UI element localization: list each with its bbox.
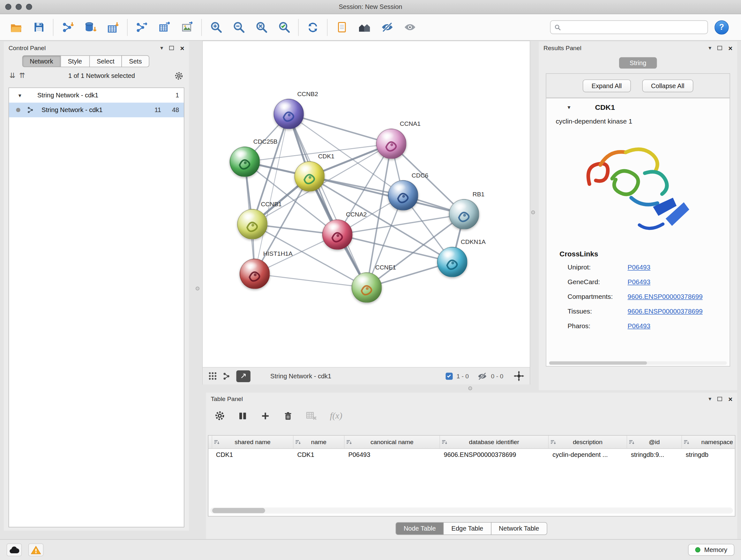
table-panel-menu-button[interactable]: ▾ [709,396,711,401]
network-edge-CCNB2-CCNA1[interactable] [289,114,391,144]
network-node-CCNB1[interactable] [237,209,267,240]
collapse-all-button[interactable]: Collapse All [642,79,693,92]
memory-button[interactable]: Memory [688,544,734,556]
tab-sets[interactable]: Sets [122,55,149,67]
show-columns-icon[interactable] [238,411,248,421]
open-in-browser-button[interactable] [236,370,250,382]
network-node-CDC25B[interactable] [230,146,260,177]
results-panel-close-button[interactable]: × [728,44,732,51]
cloud-status-button[interactable] [7,543,22,556]
crosslink-link[interactable]: P06493 [628,278,650,286]
results-panel-float-button[interactable] [718,46,722,50]
crosslink-link[interactable]: 9606.ENSP00000378699 [628,293,703,300]
table-cell[interactable]: stringdb [683,449,735,462]
zoom-selected-button[interactable] [274,18,293,37]
export-network-button[interactable] [132,18,151,37]
network-node-CDKN1A[interactable] [437,247,468,277]
horizontal-splitter-handle[interactable] [468,386,472,390]
tab-network-table[interactable]: Network Table [491,522,547,535]
table-panel-close-button[interactable]: × [728,395,732,402]
hidden-edges-eye-icon[interactable] [477,371,487,381]
import-network-button[interactable] [58,18,77,37]
scrollbar-thumb[interactable] [212,508,265,513]
column-header-namespace[interactable]: namespace [682,435,735,448]
export-table-button[interactable] [155,18,174,37]
zoom-fit-button[interactable] [252,18,271,37]
selected-nodes-checkbox[interactable] [446,373,453,380]
apply-layout-button[interactable] [304,18,322,37]
tab-style[interactable]: Style [60,55,90,67]
table-cell[interactable]: P06493 [346,449,441,462]
open-session-button[interactable] [7,18,25,37]
column-header-canonical-name[interactable]: canonical name [345,435,440,448]
table-panel-float-button[interactable] [718,396,722,401]
tab-string[interactable]: String [619,57,657,69]
birdseye-view-button[interactable] [355,18,374,37]
help-button[interactable]: ? [715,20,729,34]
save-session-button[interactable] [29,18,48,37]
network-node-CCNA2[interactable] [322,219,353,250]
network-node-CCNE1[interactable] [352,272,382,303]
results-panel-menu-button[interactable]: ▾ [709,45,711,51]
zoom-in-button[interactable] [206,18,225,37]
expand-all-button[interactable]: Expand All [583,79,631,92]
crosshair-icon[interactable] [514,371,524,381]
table-row[interactable]: CDK1CDK1P064939606.ENSP00000378699cyclin… [208,449,735,462]
network-node-HIST1H1A[interactable] [240,259,270,289]
gear-icon[interactable] [174,71,183,80]
grid-view-icon[interactable] [208,372,217,380]
network-edge-CDK1-RB1[interactable] [310,177,464,214]
tab-select[interactable]: Select [89,55,122,67]
results-scrollbar[interactable] [549,361,727,365]
table-cell[interactable]: CDK1 [213,449,294,462]
import-network-from-database-button[interactable] [81,18,99,37]
expand-all-tree-button[interactable]: ⇈ [19,71,25,80]
control-panel-float-button[interactable] [169,46,174,50]
network-canvas[interactable]: CCNB2CCNA1CDC25BCDK1CDC6RB1CCNB1CCNA2CDK… [203,41,530,367]
network-edge-CCNE1-HIST1H1A[interactable] [255,274,367,288]
network-row[interactable]: String Network - cdk1 11 48 [9,103,184,117]
tab-node-table[interactable]: Node Table [396,522,444,535]
network-node-CCNA1[interactable] [376,129,407,159]
column-header-description[interactable]: description [549,435,627,448]
table-cell[interactable]: 9606.ENSP00000378699 [441,449,550,462]
network-collection-row[interactable]: ▾ String Network - cdk1 1 [9,88,184,103]
control-panel-close-button[interactable]: × [180,44,185,51]
network-node-RB1[interactable] [449,199,479,230]
export-image-button[interactable] [178,18,197,37]
collapse-section-icon[interactable]: ▾ [568,104,570,111]
network-node-CDC6[interactable] [388,180,418,210]
network-node-CCNB2[interactable] [273,99,304,129]
hide-graphics-button[interactable] [378,18,396,37]
table-cell[interactable]: CDK1 [294,449,346,462]
column-header-name[interactable]: name [293,435,345,448]
crosslink-link[interactable]: P06493 [628,322,650,329]
column-header--id[interactable]: @id [627,435,682,448]
control-panel-menu-button[interactable]: ▾ [160,45,163,51]
show-graphics-button[interactable] [400,18,419,37]
delete-column-icon[interactable] [283,411,293,421]
protein-section-header[interactable]: ▾ CDK1 [546,98,730,116]
search-input[interactable] [564,23,704,31]
network-edge-CCNB2-CCNE1[interactable] [289,114,367,288]
collapse-all-tree-button[interactable]: ⇊ [10,71,16,80]
warnings-button[interactable] [28,543,44,556]
crosslink-link[interactable]: P06493 [628,263,650,271]
import-table-button[interactable] [104,18,122,37]
table-horizontal-scrollbar[interactable] [210,508,733,514]
search-box[interactable] [550,20,708,34]
column-header-database-identifier[interactable]: database identifier [440,435,549,448]
network-node-CDK1[interactable] [294,161,325,192]
tab-edge-table[interactable]: Edge Table [443,522,491,535]
table-cell[interactable]: cyclin-dependent ... [549,449,628,462]
add-column-icon[interactable] [260,411,270,421]
right-splitter-handle[interactable] [531,210,535,214]
crosslink-link[interactable]: 9606.ENSP00000378699 [628,307,703,315]
column-header-shared-name[interactable]: shared name [212,435,293,448]
left-splitter-handle[interactable] [196,287,199,291]
share-view-icon[interactable] [222,372,230,380]
zoom-out-button[interactable] [229,18,248,37]
tab-network[interactable]: Network [22,55,61,67]
graphics-details-button[interactable] [332,18,351,37]
table-settings-gear-icon[interactable] [214,411,225,421]
